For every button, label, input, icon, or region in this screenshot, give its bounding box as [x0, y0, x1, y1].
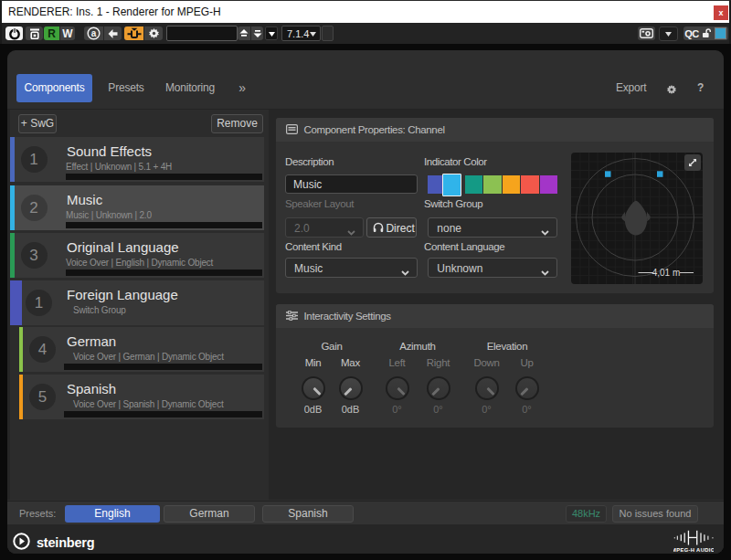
svg-text:4,01 m: 4,01 m	[652, 268, 681, 278]
svg-text:MPEG-H AUDIO: MPEG-H AUDIO	[673, 547, 714, 553]
svg-text:a: a	[91, 28, 97, 38]
